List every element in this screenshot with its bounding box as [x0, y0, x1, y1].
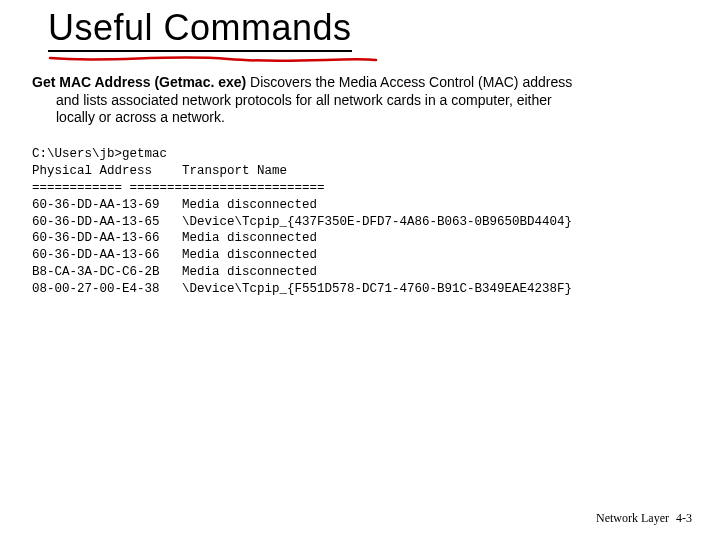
terminal-divider: ============ ========================== — [32, 181, 325, 195]
intro-paragraph: Get MAC Address (Getmac. exe) Discovers … — [32, 74, 682, 127]
terminal-header: Physical Address Transport Name — [32, 164, 287, 178]
red-underline-icon — [48, 54, 378, 64]
intro-text-1: Discovers the Media Access Control (MAC)… — [246, 74, 572, 90]
page-title: Useful Commands — [48, 8, 352, 52]
terminal-row-5: 08-00-27-00-E4-38 \Device\Tcpip_{F551D57… — [32, 282, 572, 296]
terminal-row-1: 60-36-DD-AA-13-65 \Device\Tcpip_{437F350… — [32, 215, 572, 229]
footer-page: 4-3 — [676, 511, 692, 525]
terminal-row-0: 60-36-DD-AA-13-69 Media disconnected — [32, 198, 317, 212]
intro-lead: Get MAC Address (Getmac. exe) — [32, 74, 246, 90]
terminal-row-4: B8-CA-3A-DC-C6-2B Media disconnected — [32, 265, 317, 279]
footer-section: Network Layer — [596, 511, 669, 525]
terminal-prompt: C:\Users\jb>getmac — [32, 147, 167, 161]
terminal-output: C:\Users\jb>getmac Physical Address Tran… — [32, 146, 572, 298]
terminal-row-2: 60-36-DD-AA-13-66 Media disconnected — [32, 231, 317, 245]
title-wrap: Useful Commands — [48, 8, 352, 52]
terminal-row-3: 60-36-DD-AA-13-66 Media disconnected — [32, 248, 317, 262]
slide: Useful Commands Get MAC Address (Getmac.… — [0, 0, 720, 540]
footer: Network Layer 4-3 — [596, 511, 692, 526]
intro-text-2: and lists associated network protocols f… — [32, 92, 682, 110]
intro-text-3: locally or across a network. — [32, 109, 682, 127]
